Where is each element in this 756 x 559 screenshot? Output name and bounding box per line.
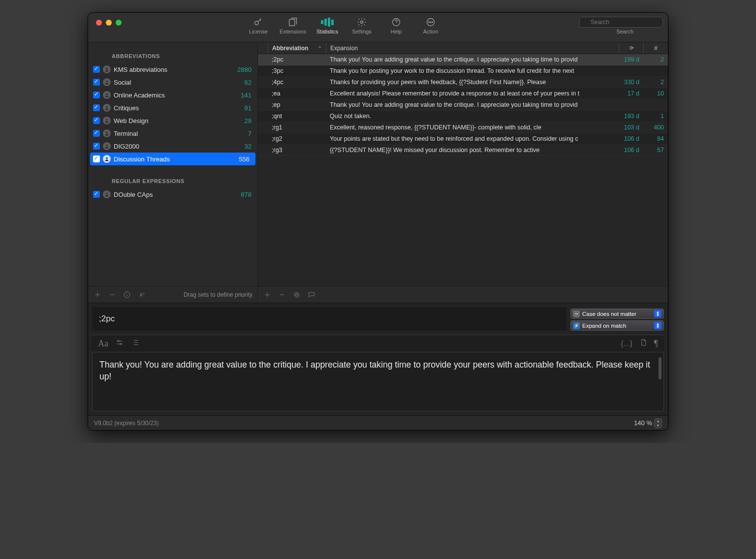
group-checkbox[interactable] [93, 92, 100, 98]
close-icon[interactable] [96, 20, 102, 26]
group-checkbox[interactable] [93, 104, 100, 111]
group-checkbox[interactable] [93, 130, 100, 137]
content-area: Abbreviation⌃ Expansion ⟳ # ;2pcThank yo… [258, 42, 668, 303]
toolbar-help[interactable]: Help [379, 16, 413, 34]
cell-expansion: Thank you! You are adding great value to… [326, 101, 619, 108]
table-row[interactable]: ;qntQuiz not taken.193 d1 [258, 111, 668, 122]
group-checkbox[interactable] [93, 66, 100, 73]
sidebar-item[interactable]: DIG200032 [88, 140, 257, 153]
group-count: 29 [245, 117, 252, 124]
toolbar-label: Settings [352, 29, 372, 34]
table-row[interactable]: ;2pcThank you! You are adding great valu… [258, 54, 668, 65]
sidebar-item[interactable]: Terminal7 [88, 127, 257, 140]
add-snippet-button[interactable] [263, 290, 272, 299]
person-icon [103, 129, 111, 137]
sliders-icon[interactable] [115, 338, 124, 349]
sidebar-item[interactable]: Online Academics141 [88, 89, 257, 101]
header-count[interactable]: # [643, 42, 668, 54]
cell-expansion: Thank you! You are adding great value to… [326, 56, 619, 63]
cell-expansion: Thank you for posting your work to the d… [326, 67, 619, 74]
table-row[interactable]: ;rg2Your points are stated but they need… [258, 133, 668, 145]
group-count: 2880 [237, 66, 252, 73]
sidebar-item[interactable]: Discussion Threads556 [90, 153, 255, 165]
sidebar-item[interactable]: KMS abbreviations2880 [88, 63, 257, 76]
cell-days: 106 d [619, 147, 643, 154]
expansion-textarea[interactable]: Thank you! You are adding great value to… [92, 352, 664, 411]
cell-abbr: ;3pc [268, 67, 326, 74]
table-row[interactable]: ;rg3{{?STUDENT NAME}}! We missed your di… [258, 145, 668, 156]
clock-icon: ⟳ [630, 45, 633, 51]
group-checkbox[interactable] [93, 117, 100, 124]
cell-days: 193 d [619, 113, 643, 120]
pilcrow-icon[interactable]: ¶ [654, 339, 658, 349]
toolbar: License Extensions Statistics Settings H… [88, 13, 668, 42]
font-button[interactable] [137, 290, 146, 299]
remove-group-button[interactable] [108, 290, 117, 299]
toolbar-statistics[interactable]: Statistics [310, 16, 345, 34]
action-icon [426, 17, 436, 28]
toolbar-action[interactable]: Action [413, 16, 448, 34]
group-checkbox[interactable] [93, 191, 100, 198]
extensions-icon [287, 17, 298, 28]
search-area: Search [565, 16, 663, 34]
toolbar-license[interactable]: License [241, 16, 276, 34]
zoom-control: 140 % ▲▼ [634, 418, 662, 428]
window-controls [93, 16, 125, 30]
expansion-text: Thank you! You are adding great value to… [99, 360, 650, 381]
group-name: Social [114, 79, 242, 86]
cell-days: 330 d [619, 79, 643, 86]
remove-snippet-button[interactable] [278, 290, 286, 299]
group-checkbox[interactable] [93, 79, 100, 86]
cell-abbr: ;rg2 [268, 135, 326, 142]
font-style-icon[interactable]: Aa [98, 339, 108, 349]
header-abbreviation[interactable]: Abbreviation⌃ [268, 42, 326, 54]
cell-expansion: Excellent analysis! Please remember to p… [326, 90, 619, 97]
toolbar-settings[interactable]: Settings [345, 16, 379, 34]
header-expansion[interactable]: Expansion [326, 42, 619, 54]
zoom-stepper[interactable]: ▲▼ [654, 418, 662, 428]
table-header[interactable]: Abbreviation⌃ Expansion ⟳ # [258, 42, 668, 54]
group-name: Terminal [114, 130, 245, 137]
expand-option-select[interactable]: ⚡ Expand on match ▲▼ [570, 320, 664, 331]
minimize-icon[interactable] [106, 20, 112, 26]
sidebar-item[interactable]: Web Design29 [88, 114, 257, 127]
table-row[interactable]: ;epThank you! You are adding great value… [258, 99, 668, 111]
chat-button[interactable] [307, 290, 316, 299]
table-row[interactable]: ;rg1Excellent, reasoned response, {{?STU… [258, 122, 668, 133]
zoom-icon[interactable] [116, 20, 122, 26]
svg-point-12 [106, 119, 107, 121]
table-row[interactable]: ;eaExcellent analysis! Please remember t… [258, 88, 668, 99]
case-option-select[interactable]: ∼ Case does not matter ▲▼ [570, 309, 664, 319]
table-row[interactable]: ;3pcThank you for posting your work to t… [258, 65, 668, 77]
zoom-value: 140 % [634, 419, 652, 427]
search-input[interactable] [579, 17, 663, 28]
sidebar-item[interactable]: Social62 [88, 76, 257, 89]
group-checkbox[interactable] [93, 155, 100, 162]
toolbar-label: Extensions [280, 29, 306, 34]
table-row[interactable]: ;4pcThanks for providing your peers with… [258, 77, 668, 88]
cell-count: 2 [643, 79, 668, 86]
sidebar-item[interactable]: DOuble CAps878 [88, 188, 257, 201]
group-name: Critiques [114, 104, 242, 112]
info-button[interactable] [123, 290, 131, 299]
tilde-icon: ∼ [573, 311, 580, 317]
document-icon[interactable] [639, 339, 647, 349]
toolbar-extensions[interactable]: Extensions [276, 16, 310, 34]
cell-days: 106 d [619, 135, 643, 142]
duplicate-button[interactable] [292, 290, 301, 299]
scrollbar[interactable] [659, 357, 662, 379]
statistics-icon [320, 17, 334, 28]
braces-icon[interactable]: {…} [621, 340, 632, 347]
svg-point-21 [120, 343, 122, 344]
add-group-button[interactable] [93, 290, 102, 299]
abbreviation-input[interactable] [92, 307, 567, 331]
list-icon[interactable] [131, 338, 140, 349]
person-icon [103, 190, 111, 198]
group-count: 878 [241, 191, 252, 198]
group-checkbox[interactable] [93, 143, 100, 150]
group-count: 91 [245, 104, 252, 112]
header-age[interactable]: ⟳ [619, 42, 643, 54]
sidebar-item[interactable]: Critiques91 [88, 101, 257, 114]
group-count: 62 [245, 79, 252, 86]
cell-expansion: Your points are stated but they need to … [326, 135, 619, 142]
